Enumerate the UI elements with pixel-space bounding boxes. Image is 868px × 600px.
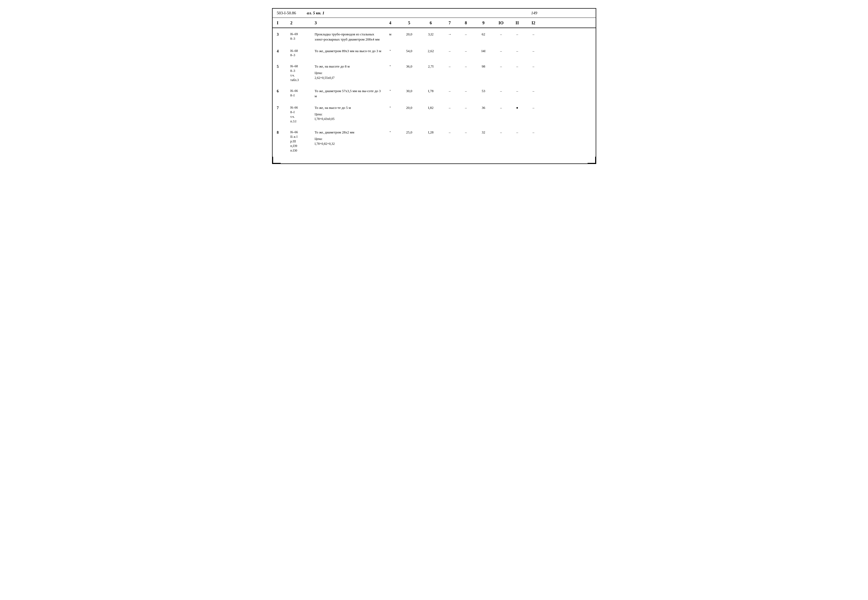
table-row: 4I6–68 8–3То же, диаметром 89х3 мм на вы… xyxy=(277,45,591,61)
row-col10: – xyxy=(493,48,509,53)
row-col8: – xyxy=(458,64,474,69)
row-col8: – xyxy=(458,89,474,94)
row-unit: " xyxy=(382,64,398,69)
col-header-8: 8 xyxy=(458,21,474,26)
corner-bottom-right xyxy=(588,157,596,164)
row-col7: – xyxy=(442,130,458,135)
row-code: I6–66 8–I xyxy=(291,89,315,98)
row-price: I,82 xyxy=(420,105,442,110)
row-quantity: 25,0 xyxy=(398,130,420,135)
table-row: 8I6–66 II–к I р.III п,I39 п.I30То же, ди… xyxy=(277,126,591,155)
row-unit: " xyxy=(382,130,398,135)
header-subtitle: ал. 5 кн. 1 xyxy=(307,11,324,15)
row-number: 6 xyxy=(277,89,291,94)
row-col9: 62 xyxy=(474,32,493,37)
row-price: I,28 xyxy=(420,130,442,135)
row-col11: – xyxy=(509,89,526,94)
row-col8: – xyxy=(458,105,474,110)
row-col9: I4I xyxy=(474,48,493,53)
row-col10: – xyxy=(493,89,509,94)
table-body: 3I6–69 8–3Прокладка трубо-проводов из ст… xyxy=(273,28,596,155)
row-col12: – xyxy=(526,32,542,37)
row-description: То же, на высоте до 8 мЦена: 2,62+0,55х0… xyxy=(315,64,382,80)
row-col12: – xyxy=(526,130,542,135)
row-col10: – xyxy=(493,64,509,69)
table-row: 5I6–68 8–3 т.ч. табл.3То же, на высоте д… xyxy=(277,60,591,85)
row-col7: – xyxy=(442,105,458,110)
header-row: 503-I-50.86 ал. 5 кн. 1 149 xyxy=(273,9,596,18)
row-description: Прокладка трубо-проводов из стальных эле… xyxy=(315,32,382,42)
header-code: 503-I-50.86 xyxy=(277,11,296,15)
row-description: То же, на высо-те до 5 мЦена: I,78+0,43х… xyxy=(315,105,382,121)
header-page: 149 xyxy=(531,11,537,15)
col-header-6: 6 xyxy=(420,21,442,26)
col-header-12: I2 xyxy=(526,21,542,26)
col-header-4: 4 xyxy=(382,21,398,26)
row-code: I6–68 8–3 xyxy=(291,48,315,58)
row-quantity: 20,0 xyxy=(398,105,420,110)
row-description: То же, диаметром 57х3,5 мм на вы-соте до… xyxy=(315,89,382,99)
col-header-11: II xyxy=(509,21,526,26)
row-price: 2,62 xyxy=(420,48,442,53)
col-header-5: 5 xyxy=(398,21,420,26)
row-col8: – xyxy=(458,32,474,37)
row-col12: – xyxy=(526,48,542,53)
row-col10: – xyxy=(493,105,509,110)
corner-bottom-left xyxy=(273,157,281,164)
col-header-3: 3 xyxy=(315,21,382,26)
row-quantity: 20,0 xyxy=(398,32,420,37)
col-header-10: IO xyxy=(493,21,509,26)
row-col7: – xyxy=(442,48,458,53)
row-unit: " xyxy=(382,105,398,110)
row-col11: – xyxy=(509,130,526,135)
row-number: 7 xyxy=(277,105,291,111)
col-header-2: 2 xyxy=(291,21,315,26)
row-col11: ● xyxy=(509,105,526,110)
row-code: I6–66 8–I т.ч. п.3.I xyxy=(291,105,315,123)
row-number: 3 xyxy=(277,32,291,37)
page-container: 503-I-50.86 ал. 5 кн. 1 149 I 2 3 4 5 6 … xyxy=(272,8,596,164)
row-number: 5 xyxy=(277,64,291,70)
row-col11: – xyxy=(509,64,526,69)
row-col8: – xyxy=(458,130,474,135)
table-row: 7I6–66 8–I т.ч. п.3.IТо же, на высо-те д… xyxy=(277,102,591,126)
bottom-corners xyxy=(273,155,596,164)
row-col11: – xyxy=(509,32,526,37)
row-code: I6–69 8–3 xyxy=(291,32,315,41)
row-col12: – xyxy=(526,89,542,94)
row-description: То же, диаметром 28х2 ммЦена: I,78+0,82+… xyxy=(315,130,382,146)
table-row: 6I6–66 8–IТо же, диаметром 57х3,5 мм на … xyxy=(277,85,591,102)
col-header-9: 9 xyxy=(474,21,493,26)
row-code: I6–66 II–к I р.III п,I39 п.I30 xyxy=(291,130,315,153)
row-code: I6–68 8–3 т.ч. табл.3 xyxy=(291,64,315,82)
row-col7: – xyxy=(442,89,458,94)
row-number: 4 xyxy=(277,48,291,54)
row-price: 3,I2 xyxy=(420,32,442,37)
row-quantity: 54,0 xyxy=(398,48,420,53)
row-number: 8 xyxy=(277,130,291,135)
row-col9: 53 xyxy=(474,89,493,94)
row-col12: – xyxy=(526,105,542,110)
col-header-1: I xyxy=(277,21,291,26)
row-col9: 32 xyxy=(474,130,493,135)
row-price: 2,7I xyxy=(420,64,442,69)
row-col12: – xyxy=(526,64,542,69)
row-unit: " xyxy=(382,48,398,53)
col-header-7: 7 xyxy=(442,21,458,26)
row-col9: 98 xyxy=(474,64,493,69)
column-headers: I 2 3 4 5 6 7 8 9 IO II I2 xyxy=(273,18,596,28)
row-description: То же, диаметром 89х3 мм на высо-те до 3… xyxy=(315,48,382,54)
row-col8: – xyxy=(458,48,474,53)
row-col7: → xyxy=(442,32,458,37)
table-row: 3I6–69 8–3Прокладка трубо-проводов из ст… xyxy=(277,28,591,45)
row-price: I,78 xyxy=(420,89,442,94)
row-quantity: 30,0 xyxy=(398,89,420,94)
row-unit: " xyxy=(382,89,398,94)
row-col10: – xyxy=(493,32,509,37)
row-col11: – xyxy=(509,48,526,53)
row-quantity: 36,0 xyxy=(398,64,420,69)
row-col10: – xyxy=(493,130,509,135)
row-col7: – xyxy=(442,64,458,69)
row-unit: м xyxy=(382,32,398,37)
row-col9: 36 xyxy=(474,105,493,110)
